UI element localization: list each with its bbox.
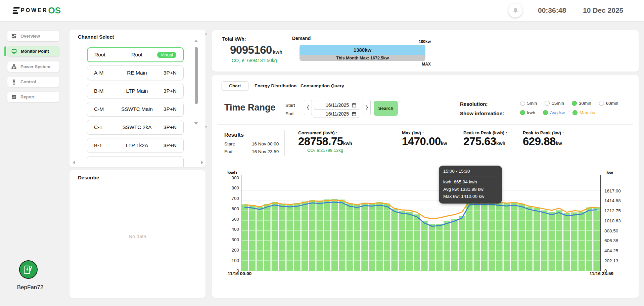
sidebar-item-power-system[interactable]: Power System bbox=[7, 61, 59, 72]
metric-unit: kw bbox=[556, 141, 562, 146]
channel-name: LTP Main bbox=[116, 88, 158, 94]
radio-icon bbox=[599, 101, 604, 106]
calendar-icon bbox=[352, 103, 356, 107]
resolution-label: Resolution: bbox=[460, 101, 488, 107]
start-date-input[interactable]: 16/11/2025 bbox=[314, 101, 359, 109]
channel-name: SSWTC 2kA bbox=[116, 124, 158, 130]
channel-item[interactable] bbox=[87, 156, 184, 167]
metric-label: Max (kw) : bbox=[402, 130, 447, 135]
svg-text:300: 300 bbox=[231, 237, 239, 242]
app-logo: POWER OS bbox=[12, 0, 61, 21]
svg-text:900: 900 bbox=[231, 175, 239, 180]
divider bbox=[218, 124, 633, 125]
channel-item[interactable]: B-1LTP 1k2A3P+N bbox=[87, 138, 184, 153]
sidebar-item-monitor-point[interactable]: Monitor Point bbox=[7, 46, 59, 56]
metric-value-row: 629.88kw bbox=[523, 135, 564, 147]
metric-label: Consumed (kwh) : bbox=[298, 130, 352, 135]
metric-unit: kwh bbox=[343, 141, 352, 146]
sidebar-item-overview[interactable]: Overview bbox=[7, 31, 59, 41]
metric-value: 28758.75 bbox=[298, 135, 343, 147]
show-option-kwh[interactable]: kwh bbox=[520, 110, 535, 115]
start-date-value: 16/11/2025 bbox=[326, 102, 349, 108]
option-label: 5min bbox=[527, 101, 537, 106]
tab-chart[interactable]: Chart bbox=[222, 81, 248, 90]
results-start-value: 16 Nov 00:00 bbox=[252, 141, 279, 146]
channel-item[interactable]: A-MRE Main3P+N bbox=[87, 65, 184, 80]
total-kwh-unit: kwh bbox=[273, 49, 282, 55]
radio-icon bbox=[572, 110, 578, 115]
tab-energy-distribution[interactable]: Energy Distribution bbox=[255, 83, 296, 88]
consumption-chart[interactable]: 90080070060050040030020010001617.001414.… bbox=[212, 165, 639, 280]
metric-block: Max (kw) :1470.00kw bbox=[402, 130, 447, 147]
svg-text:606.38: 606.38 bbox=[604, 238, 618, 243]
option-label: Max-kw bbox=[580, 110, 595, 115]
svg-text:1414.88: 1414.88 bbox=[604, 198, 621, 203]
radio-icon bbox=[520, 110, 525, 115]
channel-scroll-right-arrow[interactable] bbox=[201, 161, 203, 165]
resolution-option-30min[interactable]: 30min bbox=[572, 101, 591, 106]
chevron-left-icon bbox=[307, 105, 310, 110]
svg-text:100: 100 bbox=[231, 258, 239, 263]
total-co2-value: CO₂ e: 6894131.50kg bbox=[232, 58, 277, 63]
channel-item[interactable]: C-MSSWTC Main3P+N bbox=[87, 102, 184, 117]
option-label: 15min bbox=[552, 101, 564, 106]
app-header: POWER OS 00:36:48 10 Dec 2025 bbox=[0, 0, 644, 21]
sidebar-item-label: Power System bbox=[20, 64, 50, 69]
channel-select-title: Channel Select bbox=[78, 34, 114, 40]
demand-current-bar: 1380kw bbox=[300, 45, 425, 55]
stats-card: Total kWh: 9095160 kwh CO₂ e: 6894131.50… bbox=[212, 30, 639, 72]
search-button[interactable]: Search bbox=[374, 101, 398, 116]
sidebar-item-control[interactable]: Control bbox=[7, 77, 59, 87]
svg-text:1212.75: 1212.75 bbox=[604, 208, 621, 213]
svg-text:200: 200 bbox=[231, 248, 239, 253]
notifications-button[interactable] bbox=[508, 3, 522, 17]
prev-day-button[interactable] bbox=[304, 100, 312, 115]
dashboard-grid-icon bbox=[11, 34, 16, 39]
option-label: Avg-kw bbox=[550, 110, 565, 115]
channel-type: 3P+N bbox=[158, 88, 177, 94]
chevron-right-icon bbox=[365, 105, 368, 110]
metric-block: Consumed (kwh) :28758.75kwhCO₂ e:21799.1… bbox=[298, 130, 352, 153]
bell-icon bbox=[512, 7, 519, 14]
next-day-button[interactable] bbox=[363, 100, 371, 115]
show-option-avg-kw[interactable]: Avg-kw bbox=[543, 110, 565, 115]
channel-scrollbar-thumb[interactable] bbox=[195, 47, 198, 104]
channel-name: LTP 1k2A bbox=[116, 142, 158, 148]
resolution-options: 5min15min30min60min bbox=[520, 101, 618, 106]
chart-tooltip: 15:00 - 15:30 kwh: 665.94 kwh Avg kw: 13… bbox=[439, 166, 502, 204]
channel-code: C-1 bbox=[94, 124, 116, 130]
tooltip-divider bbox=[443, 176, 498, 176]
remote-control-icon bbox=[11, 79, 16, 85]
channel-name: Root bbox=[117, 52, 157, 58]
logo-e-icon bbox=[12, 6, 20, 15]
tab-consumption-query[interactable]: Consumption Query bbox=[301, 83, 344, 88]
user-name: BepFan72 bbox=[10, 284, 50, 291]
total-kwh-label: Total kWh: bbox=[222, 36, 246, 42]
user-avatar-button[interactable] bbox=[19, 260, 38, 279]
metric-label: Peak to Peak (kw) : bbox=[523, 130, 564, 135]
channel-scroll-down-arrow[interactable] bbox=[194, 122, 198, 125]
channel-item[interactable]: B-MLTP Main3P+N bbox=[87, 84, 184, 98]
sidebar-item-report[interactable]: Report bbox=[7, 92, 59, 102]
resolution-option-60min[interactable]: 60min bbox=[599, 101, 618, 106]
monitor-icon bbox=[11, 49, 17, 54]
show-option-max-kw[interactable]: Max-kw bbox=[572, 110, 595, 115]
channel-item[interactable]: RootRootVirtual bbox=[87, 47, 184, 62]
metric-value-row: 28758.75kwh bbox=[298, 135, 352, 147]
demand-scale-label: 100kw bbox=[404, 39, 431, 44]
end-date-input[interactable]: 16/11/2025 bbox=[314, 110, 359, 118]
channel-item[interactable]: C-1SSWTC 2kA3P+N bbox=[87, 120, 184, 135]
channel-name: SSWTC Main bbox=[116, 106, 158, 112]
channel-code: B-1 bbox=[94, 142, 116, 148]
channel-scroll-left-arrow[interactable] bbox=[73, 161, 75, 165]
describe-panel: Describe No data bbox=[70, 170, 205, 298]
svg-text:800: 800 bbox=[231, 185, 239, 190]
metric-unit: kwh bbox=[496, 141, 505, 146]
svg-text:404.25: 404.25 bbox=[604, 248, 618, 253]
option-label: 60min bbox=[606, 101, 618, 106]
channel-scroll-up-arrow[interactable] bbox=[194, 40, 198, 42]
sidebar-item-label: Report bbox=[20, 94, 35, 99]
resolution-option-15min[interactable]: 15min bbox=[545, 101, 564, 106]
resolution-option-5min[interactable]: 5min bbox=[520, 101, 537, 106]
demand-month-max-bar: This Month Max: 1672.5kw bbox=[300, 55, 425, 61]
